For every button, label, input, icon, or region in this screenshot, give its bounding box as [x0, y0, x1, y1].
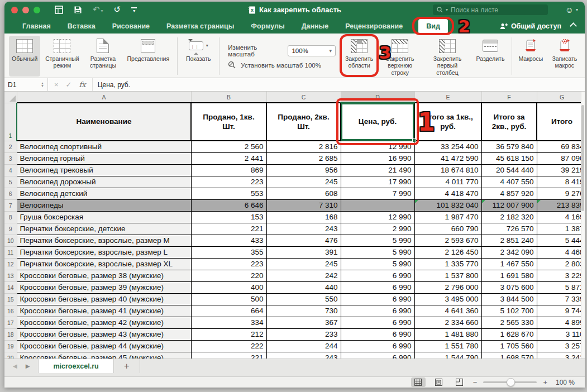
cell-value[interactable]: 1 537 800 — [414, 270, 481, 281]
row-header[interactable]: 6 — [4, 188, 17, 199]
cell-value[interactable]: 245 — [266, 176, 341, 188]
select-all-corner[interactable] — [4, 92, 17, 103]
cell-value[interactable]: 2 182 320 — [481, 211, 537, 223]
undo-icon[interactable]: ↶▾ — [93, 6, 103, 14]
cell-value[interactable]: 2 334 660 — [414, 317, 481, 328]
cell-value[interactable]: 400 — [191, 281, 266, 293]
record-macro-button[interactable]: Записать макрос — [547, 36, 583, 77]
cell-value[interactable]: 36 579 840 — [481, 141, 537, 152]
split-button[interactable]: Разделить — [472, 36, 509, 77]
cell-value[interactable]: 1 387 — [537, 223, 585, 235]
cell-value[interactable]: 4 857 920 — [481, 188, 537, 199]
freeze-first-col-button[interactable]: Закрепить первый столбец — [423, 36, 472, 77]
search-scope-chevron-icon[interactable]: ▾ — [446, 7, 448, 12]
cell-name[interactable]: Кроссовки беговые, размер 39 (мужские) — [17, 281, 191, 293]
cancel-icon[interactable]: × — [54, 80, 59, 89]
scrollbar-thumb[interactable] — [581, 105, 584, 211]
tab-vstavka[interactable]: Вставка — [66, 19, 97, 34]
header-cell-c1[interactable]: Продано, 2кв. Шт. — [266, 103, 341, 141]
cell-name[interactable]: Перчатки боксерские, взрослые, размер M — [17, 235, 191, 246]
cell-value[interactable]: 1 628 670 — [481, 328, 537, 340]
row-header-1[interactable]: 1 — [4, 103, 17, 141]
cell-value[interactable]: 6 990 — [341, 293, 414, 305]
cell-value[interactable]: 3 495 000 — [414, 293, 481, 305]
cell-value[interactable]: 243 — [266, 352, 341, 358]
cell-value[interactable]: 1 691 580 — [481, 270, 537, 281]
cell-value[interactable]: 7 310 — [266, 199, 341, 211]
cell-value[interactable]: 4 641 360 — [414, 305, 481, 317]
close-window-button[interactable] — [11, 7, 18, 13]
row-header[interactable]: 4 — [4, 164, 17, 176]
cell-value[interactable]: 7 339 — [537, 293, 585, 305]
cell-name[interactable]: Велосипед трековый — [17, 164, 191, 176]
view-custom-button[interactable]: Представления — [122, 36, 174, 77]
col-header-c[interactable]: C — [266, 92, 341, 103]
cell-value[interactable]: 244 — [266, 340, 341, 352]
cell-value[interactable]: 3 229 — [537, 270, 585, 281]
insert-function-icon[interactable]: fx — [79, 80, 86, 89]
cell-name[interactable]: Кроссовки беговые, размер 41 (мужские) — [17, 305, 191, 317]
cell-value[interactable]: 1 544 790 — [414, 352, 481, 358]
add-sheet-button[interactable]: + — [114, 359, 140, 373]
cell-value[interactable]: 660 790 — [414, 223, 481, 235]
cell-value[interactable]: 2 441 — [191, 152, 266, 164]
cell-value[interactable]: 4 011 770 — [414, 176, 481, 188]
cell-value[interactable]: 5 990 — [341, 235, 414, 246]
row-header[interactable]: 8 — [4, 211, 17, 223]
cell-value[interactable]: 550 — [266, 293, 341, 305]
cell-value[interactable]: 168 — [266, 211, 341, 223]
zoom-slider[interactable] — [483, 381, 537, 383]
cell-value[interactable]: 242 — [266, 270, 341, 281]
cell-value[interactable]: 243 — [266, 223, 341, 235]
statusbar-pagebreak-view-icon[interactable] — [452, 377, 467, 387]
cell-value[interactable]: 1 987 470 — [414, 211, 481, 223]
cell-value[interactable]: 153 — [191, 211, 266, 223]
cell-value[interactable]: 16 990 — [341, 152, 414, 164]
cell-value[interactable]: 233 — [266, 328, 341, 340]
zoom-select[interactable]: 100%▾ — [288, 45, 336, 56]
cell-value[interactable]: 2 851 240 — [481, 235, 537, 246]
cell-value[interactable]: 4 468 — [537, 246, 585, 258]
header-cell-b1[interactable]: Продано, 1кв. Шт. — [191, 103, 266, 141]
cell-value[interactable]: 5 871 — [537, 281, 585, 293]
cell-value[interactable]: 1 335 770 — [414, 258, 481, 270]
customize-toolbar-icon[interactable]: ▾ — [131, 7, 137, 12]
prev-sheet-icon[interactable]: ◀ — [13, 363, 17, 369]
cell-name[interactable]: Кроссовки беговые, размер 40 (мужские) — [17, 293, 191, 305]
cell-name[interactable]: Кроссовки беговые, размер 43 (мужские) — [17, 328, 191, 340]
col-header-f[interactable]: F — [481, 92, 537, 103]
cell-value[interactable]: 440 — [266, 281, 341, 293]
cell-value[interactable]: 6 990 — [341, 340, 414, 352]
cell-value[interactable]: 1 551 780 — [414, 340, 481, 352]
row-header[interactable]: 13 — [4, 270, 17, 281]
cell-value[interactable]: 87 090 — [537, 152, 585, 164]
cell-value[interactable]: 2 685 — [266, 152, 341, 164]
row-header[interactable]: 3 — [4, 152, 17, 164]
cell-value[interactable]: 222 — [191, 340, 266, 352]
col-header-a[interactable]: A — [17, 92, 191, 103]
cell-value[interactable]: 608 — [266, 188, 341, 199]
header-cell-e1[interactable]: Итого за 1кв., руб. 1 — [414, 103, 481, 141]
row-header[interactable]: 7 — [4, 199, 17, 211]
formula-input[interactable]: Цена, руб. — [93, 81, 130, 89]
cell-value[interactable]: 391 — [266, 246, 341, 258]
freeze-top-row-button[interactable]: Закрепить верхнюю строку — [377, 36, 423, 77]
cell-name[interactable]: Груша боксерская — [17, 211, 191, 223]
header-cell-f1[interactable]: Итого за 2кв., руб. — [481, 103, 537, 141]
cell-name[interactable]: Велосипед детский — [17, 188, 191, 199]
cell-name[interactable]: Кроссовки беговые, размер 42 (мужские) — [17, 317, 191, 328]
cell-value[interactable]: 112 007 900 — [481, 199, 537, 211]
cell-value[interactable]: 6 990 — [341, 352, 414, 358]
cell-value[interactable]: 2 560 — [191, 141, 266, 152]
freeze-panes-button[interactable]: Закрепить области 3 — [341, 36, 377, 77]
share-button[interactable]: Общий доступ — [500, 22, 561, 30]
fill-handle[interactable] — [412, 138, 416, 142]
cell-value[interactable]: 367 — [266, 317, 341, 328]
cell-value[interactable]: 5 990 — [341, 246, 414, 258]
cell-value[interactable]: 245 — [266, 258, 341, 270]
cell-value[interactable] — [341, 199, 414, 211]
col-header-d[interactable]: D — [341, 92, 414, 103]
tab-vid[interactable]: Вид 2 — [418, 19, 448, 34]
cell-value[interactable]: 6 646 — [191, 199, 266, 211]
zoom-slider-thumb[interactable] — [507, 378, 515, 386]
